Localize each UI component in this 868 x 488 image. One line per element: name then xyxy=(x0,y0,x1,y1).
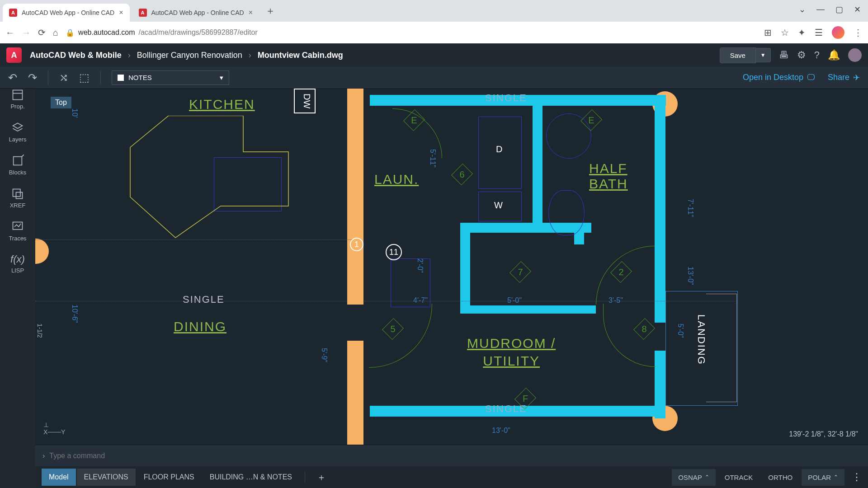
layout-tab-floorplans[interactable]: FLOOR PLANS xyxy=(137,469,202,486)
sidebar-item-lisp[interactable]: f(x)LISP xyxy=(10,253,25,274)
new-tab-button[interactable]: ＋ xyxy=(265,4,275,18)
sidebar-item-blocks[interactable]: Blocks xyxy=(9,155,26,176)
tag-1: 1 xyxy=(350,238,363,251)
crumb-file[interactable]: Mountview Cabin.dwg xyxy=(258,51,343,60)
room-label-mudroom: MUDROOM /UTILITY xyxy=(467,334,556,370)
room-label-laun: LAUN. xyxy=(374,172,419,187)
caret-icon: › xyxy=(42,452,45,460)
undo-icon[interactable]: ↶ xyxy=(8,71,17,84)
measure-icon[interactable]: ⤭ xyxy=(59,71,68,84)
room-label-kitchen: KITCHEN xyxy=(189,97,255,112)
close-tab-icon[interactable]: × xyxy=(119,9,123,17)
close-tab-icon[interactable]: × xyxy=(249,9,253,17)
user-avatar[interactable] xyxy=(848,48,862,62)
sidebar-item-properties[interactable]: Prop. xyxy=(10,89,24,110)
sidebar-item-xref[interactable]: XREF xyxy=(10,188,26,209)
back-icon[interactable]: ← xyxy=(5,28,14,38)
appliance-w: W xyxy=(494,200,503,211)
dim: 2'-0" xyxy=(416,258,424,273)
breadcrumb: AutoCAD Web & Mobile › Bollinger Canyon … xyxy=(30,51,343,60)
save-button[interactable]: Save ▼ xyxy=(720,47,771,63)
kebab-menu-icon[interactable]: ⋮ xyxy=(852,471,862,483)
open-in-desktop-link[interactable]: Open in Desktop 🖵 xyxy=(743,73,815,82)
reload-icon[interactable]: ⟳ xyxy=(38,27,46,38)
home-icon[interactable]: ⌂ xyxy=(53,28,58,38)
dim: 3'-5" xyxy=(609,296,623,305)
print-icon[interactable]: 🖶 xyxy=(779,49,789,61)
room-label-halfbath: HALFBATH xyxy=(589,161,628,192)
crumb-folder[interactable]: Bollinger Canyon Renovation xyxy=(137,51,242,60)
dim: 10'-6" xyxy=(71,305,79,323)
layer-dropdown[interactable]: NOTES ▾ xyxy=(112,70,229,85)
status-ortho[interactable]: ORTHO xyxy=(762,469,799,486)
view-label[interactable]: Top xyxy=(51,97,71,108)
autocad-favicon: A xyxy=(139,9,147,17)
layer-color-swatch xyxy=(118,75,124,81)
hex-6: 6 xyxy=(455,166,469,183)
coordinates-readout: 139'-2 1/8", 32'-8 1/8" xyxy=(789,430,858,438)
appliance-d: D xyxy=(496,144,502,155)
svg-line-4 xyxy=(22,155,24,157)
svg-rect-0 xyxy=(13,90,22,100)
tag-11: 11 xyxy=(386,244,402,260)
chevron-down-icon: ▾ xyxy=(220,74,223,82)
dim: 10' xyxy=(71,108,79,118)
chevron-right-icon: › xyxy=(249,51,251,60)
profile-avatar[interactable] xyxy=(832,26,844,39)
separator xyxy=(48,71,48,84)
svg-rect-3 xyxy=(14,157,22,165)
layout-tab-elevations[interactable]: ELEVATIONS xyxy=(77,469,136,486)
sidebar-item-traces[interactable]: Traces xyxy=(9,221,26,242)
bell-icon[interactable]: 🔔 xyxy=(828,49,840,61)
browser-tab[interactable]: A AutoCAD Web App - Online CAD × xyxy=(132,4,259,22)
save-dropdown-icon[interactable]: ▼ xyxy=(756,48,771,62)
address-bar[interactable]: 🔒 web.autocad.com/acad/me/drawings/58699… xyxy=(66,28,757,37)
layout-tab-building[interactable]: BUILDING …N & NOTES xyxy=(203,469,299,486)
status-polar[interactable]: POLAR ⌃ xyxy=(802,469,844,486)
browser-tab[interactable]: A AutoCAD Web App - Online CAD × xyxy=(3,4,130,22)
install-app-icon[interactable]: ⊞ xyxy=(764,27,772,38)
close-window-icon[interactable]: ✕ xyxy=(854,5,861,14)
sidebar-item-layers[interactable]: Layers xyxy=(9,122,26,143)
lock-icon: 🔒 xyxy=(66,28,75,37)
extensions-icon[interactable]: ✦ xyxy=(798,27,806,38)
zoom-window-icon[interactable]: ⬚ xyxy=(79,71,90,84)
dim: 5'-0" xyxy=(507,296,522,305)
note-single: SINGLE xyxy=(485,92,527,104)
redo-icon[interactable]: ↷ xyxy=(28,71,37,84)
maximize-icon[interactable]: ▢ xyxy=(835,5,843,14)
drawing-canvas[interactable]: Top 139'-2 1/8", 32'-8 1/8" ⊥X───Y 1-1/2… xyxy=(35,89,868,445)
svg-rect-6 xyxy=(16,192,22,199)
chevron-up-icon[interactable]: ⌃ xyxy=(834,474,838,480)
chevron-down-icon[interactable]: ⌄ xyxy=(799,5,806,14)
bookmark-icon[interactable]: ☆ xyxy=(781,27,789,38)
ucs-icon: ⊥X───Y xyxy=(43,421,65,436)
tab-title: AutoCAD Web App - Online CAD xyxy=(22,9,114,16)
tab-separator xyxy=(305,471,305,483)
gear-icon[interactable]: ⚙ xyxy=(797,49,806,61)
app-logo[interactable]: A xyxy=(6,47,22,63)
share-link[interactable]: Share ✈ xyxy=(828,73,860,83)
minimize-icon[interactable]: — xyxy=(816,5,825,14)
dim: 13'-0" xyxy=(492,427,510,435)
status-osnap[interactable]: OSNAP ⌃ xyxy=(672,469,716,486)
add-layout-button[interactable]: ＋ xyxy=(317,471,326,483)
command-input[interactable] xyxy=(49,452,230,460)
layout-tab-model[interactable]: Model xyxy=(42,469,76,486)
command-line[interactable]: › xyxy=(35,445,868,466)
chevron-up-icon[interactable]: ⌃ xyxy=(705,474,709,480)
autocad-favicon: A xyxy=(9,9,17,17)
url-domain: web.autocad.com xyxy=(78,28,135,37)
dim: 5'-11" xyxy=(429,149,437,168)
crumb-root[interactable]: AutoCAD Web & Mobile xyxy=(30,51,122,60)
kebab-menu-icon[interactable]: ⋮ xyxy=(854,27,863,38)
status-otrack[interactable]: OTRACK xyxy=(718,469,760,486)
svg-marker-2 xyxy=(13,123,23,129)
help-icon[interactable]: ? xyxy=(814,49,820,61)
separator xyxy=(100,71,101,84)
dim: 7'-11" xyxy=(686,199,694,217)
reading-list-icon[interactable]: ☰ xyxy=(815,27,823,38)
dim: 5'-9" xyxy=(320,348,328,362)
note-single: SINGLE xyxy=(183,294,225,305)
dim: 13'-0" xyxy=(686,267,694,285)
